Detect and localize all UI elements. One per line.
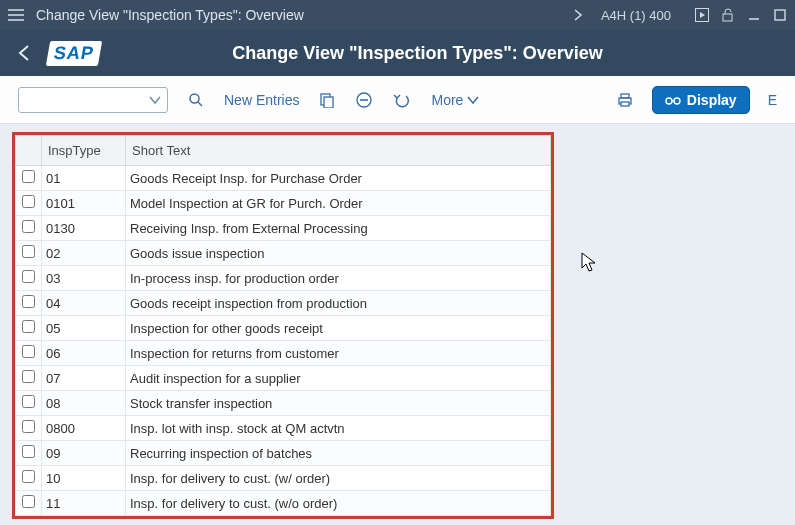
insptype-cell[interactable]: 05 (42, 316, 126, 341)
unlock-icon[interactable] (721, 8, 735, 22)
window-titlebar: Change View "Inspection Types": Overview… (0, 0, 795, 30)
row-select-cell[interactable] (16, 366, 42, 391)
shorttext-cell[interactable]: Recurring inspection of batches (126, 441, 551, 466)
row-checkbox[interactable] (22, 420, 35, 433)
insptype-cell[interactable]: 03 (42, 266, 126, 291)
table-row[interactable]: 05Inspection for other goods receipt (16, 316, 551, 341)
shorttext-cell[interactable]: Inspection for returns from customer (126, 341, 551, 366)
row-checkbox[interactable] (22, 395, 35, 408)
column-header-select[interactable] (16, 136, 42, 166)
row-checkbox[interactable] (22, 170, 35, 183)
insptype-cell[interactable]: 09 (42, 441, 126, 466)
shorttext-cell[interactable]: Receiving Insp. from External Processing (126, 216, 551, 241)
table-row[interactable]: 09Recurring inspection of batches (16, 441, 551, 466)
undo-button[interactable] (393, 92, 411, 108)
delete-button[interactable] (355, 91, 373, 109)
table-row[interactable]: 11Insp. for delivery to cust. (w/o order… (16, 491, 551, 516)
shorttext-cell[interactable]: Goods receipt inspection from production (126, 291, 551, 316)
insptype-cell[interactable]: 02 (42, 241, 126, 266)
chevron-right-icon[interactable] (573, 8, 583, 22)
search-icon (188, 92, 204, 108)
row-select-cell[interactable] (16, 216, 42, 241)
row-select-cell[interactable] (16, 491, 42, 516)
table-row[interactable]: 0130Receiving Insp. from External Proces… (16, 216, 551, 241)
row-select-cell[interactable] (16, 316, 42, 341)
shorttext-cell[interactable]: In-process insp. for production order (126, 266, 551, 291)
insptype-cell[interactable]: 0130 (42, 216, 126, 241)
row-checkbox[interactable] (22, 470, 35, 483)
row-checkbox[interactable] (22, 495, 35, 508)
new-entries-button[interactable]: New Entries (224, 92, 299, 108)
svg-rect-11 (324, 97, 333, 108)
row-select-cell[interactable] (16, 166, 42, 191)
row-select-cell[interactable] (16, 341, 42, 366)
row-select-cell[interactable] (16, 191, 42, 216)
menu-icon[interactable] (8, 8, 24, 22)
table-row[interactable]: 0800Insp. lot with insp. stock at QM act… (16, 416, 551, 441)
variant-dropdown[interactable] (18, 87, 168, 113)
copy-button[interactable] (319, 92, 335, 108)
table-row[interactable]: 06Inspection for returns from customer (16, 341, 551, 366)
row-select-cell[interactable] (16, 466, 42, 491)
shorttext-cell[interactable]: Goods Receipt Insp. for Purchase Order (126, 166, 551, 191)
shorttext-cell[interactable]: Stock transfer inspection (126, 391, 551, 416)
row-checkbox[interactable] (22, 345, 35, 358)
shorttext-cell[interactable]: Inspection for other goods receipt (126, 316, 551, 341)
shorttext-cell[interactable]: Model Inspection at GR for Purch. Order (126, 191, 551, 216)
copy-icon (319, 92, 335, 108)
table-row[interactable]: 01Goods Receipt Insp. for Purchase Order (16, 166, 551, 191)
insptype-cell[interactable]: 08 (42, 391, 126, 416)
insptype-cell[interactable]: 0101 (42, 191, 126, 216)
row-select-cell[interactable] (16, 291, 42, 316)
row-select-cell[interactable] (16, 441, 42, 466)
row-checkbox[interactable] (22, 245, 35, 258)
page-title: Change View "Inspection Types": Overview (110, 43, 785, 64)
table-row[interactable]: 08Stock transfer inspection (16, 391, 551, 416)
svg-point-8 (190, 94, 199, 103)
row-select-cell[interactable] (16, 266, 42, 291)
back-button[interactable] (10, 44, 38, 62)
column-header-shorttext[interactable]: Short Text (126, 136, 551, 166)
insptype-cell[interactable]: 06 (42, 341, 126, 366)
column-header-insptype[interactable]: InspType (42, 136, 126, 166)
play-icon[interactable] (695, 8, 709, 22)
row-checkbox[interactable] (22, 295, 35, 308)
table-row[interactable]: 02Goods issue inspection (16, 241, 551, 266)
row-checkbox[interactable] (22, 220, 35, 233)
table-row[interactable]: 03In-process insp. for production order (16, 266, 551, 291)
row-select-cell[interactable] (16, 391, 42, 416)
row-select-cell[interactable] (16, 241, 42, 266)
svg-rect-5 (723, 14, 732, 21)
insptype-cell[interactable]: 0800 (42, 416, 126, 441)
table-row[interactable]: 07Audit inspection for a supplier (16, 366, 551, 391)
shorttext-cell[interactable]: Insp. lot with insp. stock at QM actvtn (126, 416, 551, 441)
insptype-cell[interactable]: 07 (42, 366, 126, 391)
insptype-cell[interactable]: 11 (42, 491, 126, 516)
shorttext-cell[interactable]: Insp. for delivery to cust. (w/ order) (126, 466, 551, 491)
row-checkbox[interactable] (22, 320, 35, 333)
insptype-cell[interactable]: 10 (42, 466, 126, 491)
row-select-cell[interactable] (16, 416, 42, 441)
shorttext-cell[interactable]: Insp. for delivery to cust. (w/o order) (126, 491, 551, 516)
inspection-types-table: InspType Short Text 01Goods Receipt Insp… (12, 132, 554, 519)
print-button[interactable] (616, 92, 634, 108)
shorttext-cell[interactable]: Audit inspection for a supplier (126, 366, 551, 391)
table-row[interactable]: 04Goods receipt inspection from producti… (16, 291, 551, 316)
insptype-cell[interactable]: 04 (42, 291, 126, 316)
exit-button[interactable]: E (768, 92, 777, 108)
insptype-cell[interactable]: 01 (42, 166, 126, 191)
chevron-down-icon (467, 95, 479, 105)
svg-rect-7 (775, 10, 785, 20)
row-checkbox[interactable] (22, 445, 35, 458)
more-button[interactable]: More (431, 92, 479, 108)
table-row[interactable]: 10Insp. for delivery to cust. (w/ order) (16, 466, 551, 491)
display-button[interactable]: Display (652, 86, 750, 114)
row-checkbox[interactable] (22, 370, 35, 383)
maximize-icon[interactable] (773, 8, 787, 22)
shorttext-cell[interactable]: Goods issue inspection (126, 241, 551, 266)
table-row[interactable]: 0101Model Inspection at GR for Purch. Or… (16, 191, 551, 216)
find-button[interactable] (188, 92, 204, 108)
row-checkbox[interactable] (22, 270, 35, 283)
row-checkbox[interactable] (22, 195, 35, 208)
minimize-icon[interactable] (747, 8, 761, 22)
